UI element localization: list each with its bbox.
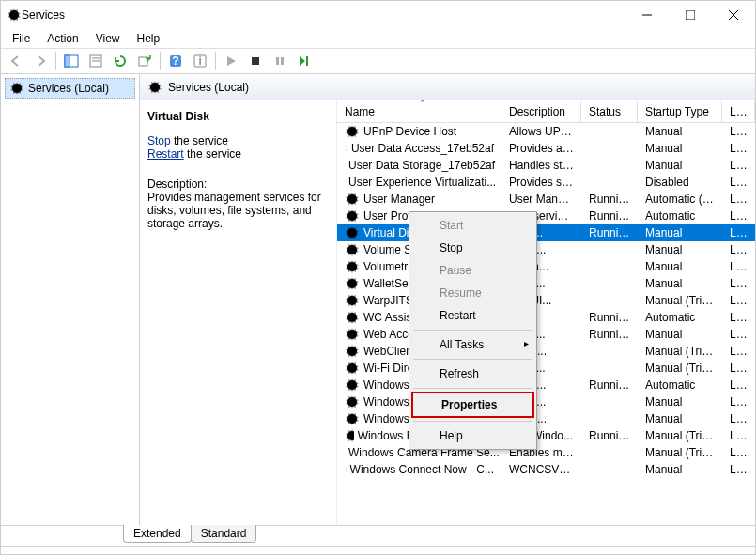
gear-icon [147,80,162,95]
svg-rect-15 [252,57,259,65]
table-row[interactable]: User Data Access_17eb52afProvides ap...M… [337,140,755,157]
close-button[interactable] [712,1,755,29]
stop-link[interactable]: Stop [147,134,171,147]
service-status [581,147,638,149]
ctx-stop[interactable]: Stop [411,237,534,259]
table-row[interactable]: WalletServobjec...ManualLoca [337,275,755,292]
column-startup[interactable]: Startup Type [638,101,722,122]
svg-rect-17 [281,57,284,65]
service-startup: Manual (Trig... [638,361,722,376]
service-logon: Loca [722,293,755,308]
service-startup: Manual [638,158,722,173]
tab-standard[interactable]: Standard [191,525,257,543]
table-row[interactable]: User Data Storage_17eb52afHandles sto...… [337,157,755,174]
maximize-button[interactable] [669,1,712,29]
list-rows[interactable]: UPnP Device HostAllows UPn...ManualLocaU… [337,123,755,495]
service-startup: Automatic [638,378,722,393]
ctx-properties[interactable]: Properties [411,392,534,418]
properties-toolbar-button[interactable] [85,50,107,72]
info-panel: Virtual Disk Stop the service Restart th… [140,100,337,525]
description-label: Description: [147,177,329,191]
ctx-refresh[interactable]: Refresh [411,362,534,385]
svg-text:i: i [199,54,202,68]
table-row[interactable]: UPnP Device HostAllows UPn...ManualLoca [337,123,755,140]
service-description: WCNCSVC ... [501,462,581,477]
service-startup: Manual (Trig... [638,344,722,359]
menu-help[interactable]: Help [130,30,168,47]
menu-file[interactable]: File [5,30,38,47]
table-row[interactable]: Windowses Wi...ManualLoca [337,410,755,427]
start-service-button[interactable] [220,50,242,72]
gear-icon [345,208,360,224]
menu-bar: File Action View Help [1,29,755,48]
gear-icon [345,394,360,409]
ctx-pause: Pause [411,259,534,282]
show-hide-tree-button[interactable] [60,50,83,72]
stop-service-button[interactable] [244,50,267,72]
column-description[interactable]: Description [501,101,581,122]
service-description: Handles sto... [501,158,581,173]
restart-link[interactable]: Restart [147,147,184,161]
export-button[interactable] [133,50,156,72]
column-logon[interactable]: Log [722,101,755,122]
service-startup: Manual [638,242,722,257]
service-logon: Loca [722,445,755,460]
service-logon: Loca [722,327,755,342]
gear-icon [345,124,360,139]
service-status [581,131,638,132]
table-row[interactable]: Web Accorvice ...RunningManualLoca [337,326,755,343]
gear-icon [345,462,347,477]
tree-item-services-local[interactable]: Services (Local) [5,78,135,99]
restart-service-button[interactable] [293,50,316,72]
gear-icon [9,81,24,96]
service-status: Running [581,378,638,393]
service-logon: Loca [722,394,755,409]
refresh-button[interactable] [109,50,131,72]
service-status [581,418,638,420]
service-startup: Manual (Trig... [638,293,722,308]
ctx-all-tasks[interactable]: All Tasks▸ [411,333,534,356]
table-row[interactable]: Windowses au...ManualLoca [337,393,755,410]
gear-icon [345,327,360,342]
column-status[interactable]: Status [581,101,638,122]
table-row[interactable]: Volumetrispatia...ManualLoca [337,258,755,275]
tab-extended[interactable]: Extended [123,525,192,543]
forward-button[interactable] [29,50,52,72]
submenu-arrow-icon: ▸ [524,338,529,348]
table-row[interactable]: User Profile ServiceThis service ...Runn… [337,208,755,224]
service-startup: Manual [638,394,722,409]
table-row[interactable]: WarpJITSves a JI...Manual (Trig...Loca [337,292,755,309]
ctx-help[interactable]: Help [411,424,534,447]
menu-action[interactable]: Action [39,30,85,47]
service-logon: Loca [722,411,755,426]
service-logon: Loca [722,208,755,224]
table-row[interactable]: WebClients Win...Manual (Trig...Loca [337,343,755,360]
service-logon: Loca [722,276,755,291]
table-row[interactable]: User ManagerUser Manag...RunningAutomati… [337,191,755,208]
ctx-restart[interactable]: Restart [411,304,534,327]
svg-rect-2 [686,10,695,20]
table-row[interactable]: Wi-Fi Direes co...Manual (Trig...Loca [337,360,755,377]
help2-button[interactable]: i [189,50,211,72]
service-description: Allows UPn... [501,124,581,139]
gear-icon [345,276,360,291]
table-row[interactable]: User Experience Virtualizati...Provides … [337,174,755,191]
service-startup: Manual [638,327,722,342]
table-row[interactable]: Volume Shes an...ManualLoca [337,241,755,258]
back-button[interactable] [5,50,27,72]
service-name: Windows [363,378,409,392]
pause-service-button[interactable] [269,50,291,72]
separator [160,52,161,70]
table-row[interactable]: Windows Connect Now - C...WCNCSVC ...Man… [337,461,755,478]
menu-view[interactable]: View [88,30,128,47]
service-logon: Loca [722,361,755,376]
service-name: Windows [363,395,409,409]
table-row[interactable]: Windows Camera Frame Se...Enables mul...… [337,444,755,461]
table-row[interactable]: WC Assistare ...RunningAutomaticLoca [337,309,755,326]
help-toolbar-button[interactable]: ? [164,50,187,72]
table-row[interactable]: Windowses au...RunningAutomaticLoca [337,377,755,393]
service-logon: Loca [722,225,755,240]
minimize-button[interactable] [625,1,669,29]
table-row[interactable]: Virtual Diskes m...RunningManualLoca [337,224,755,241]
table-row[interactable]: Windows Biometric ServiceThe Windo...Run… [337,427,755,444]
